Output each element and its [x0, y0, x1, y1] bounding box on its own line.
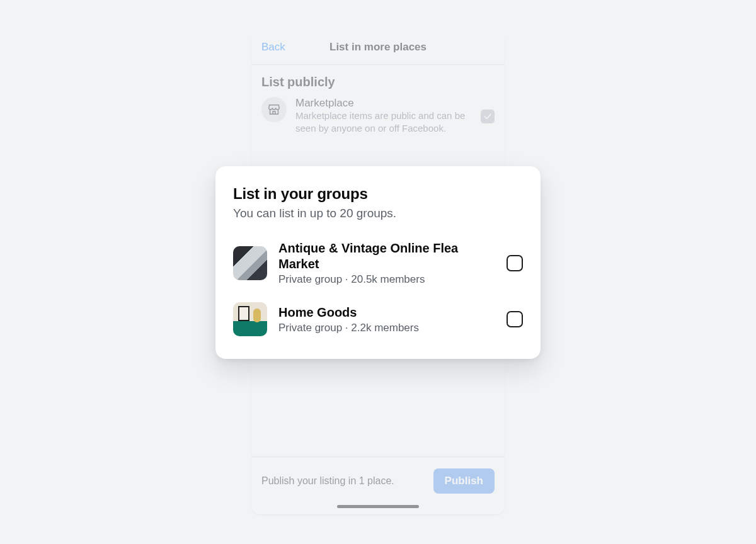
marketplace-row[interactable]: Marketplace Marketplace items are public…	[261, 97, 495, 135]
home-indicator	[337, 505, 419, 508]
publish-summary-text: Publish your listing in 1 place.	[261, 475, 426, 488]
storefront-icon	[261, 97, 287, 122]
publish-button[interactable]: Publish	[433, 468, 495, 494]
groups-title: List in your groups	[233, 185, 523, 203]
marketplace-description: Marketplace items are public and can be …	[295, 110, 472, 135]
list-in-groups-card: List in your groups You can list in up t…	[215, 166, 541, 359]
group-row[interactable]: Home Goods Private group · 2.2k members	[233, 296, 523, 343]
group-meta: Private group · 20.5k members	[278, 273, 495, 286]
group-checkbox[interactable]	[507, 255, 523, 271]
group-thumbnail	[233, 246, 267, 280]
nav-bar: Back List in more places	[251, 30, 505, 65]
list-publicly-section: List publicly Marketplace Marketplace it…	[251, 65, 505, 135]
back-button[interactable]: Back	[261, 41, 285, 54]
groups-subtitle: You can list in up to 20 groups.	[233, 207, 523, 220]
page-title: List in more places	[329, 41, 427, 54]
marketplace-name: Marketplace	[295, 97, 472, 110]
group-name: Home Goods	[278, 305, 495, 320]
group-thumbnail	[233, 302, 267, 336]
group-checkbox[interactable]	[507, 311, 523, 327]
group-name: Antique & Vintage Online Flea Market	[278, 241, 495, 272]
group-meta: Private group · 2.2k members	[278, 322, 495, 334]
publish-footer: Publish your listing in 1 place. Publish	[251, 456, 505, 497]
marketplace-checkbox[interactable]	[481, 110, 495, 123]
group-row[interactable]: Antique & Vintage Online Flea Market Pri…	[233, 234, 523, 292]
list-publicly-heading: List publicly	[261, 75, 495, 89]
